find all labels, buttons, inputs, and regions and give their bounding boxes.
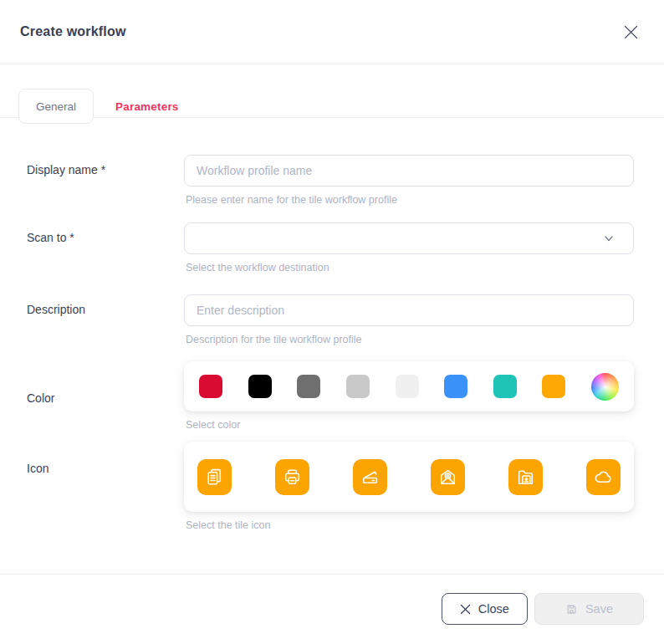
printer-icon (282, 467, 303, 488)
display-name-helper: Please enter name for the tile workflow … (184, 193, 634, 207)
description-label: Description (27, 294, 184, 347)
scanner-icon (360, 467, 381, 488)
email-at-icon (437, 467, 458, 488)
display-name-label: Display name * (27, 155, 184, 207)
save-button-label: Save (585, 602, 613, 616)
icon-tile[interactable] (353, 459, 387, 495)
tab-general[interactable]: General (18, 89, 94, 124)
scan-to-helper: Select the workflow destination (184, 261, 634, 275)
color-swatch-black[interactable] (248, 375, 272, 398)
tab-general-label: General (36, 100, 76, 113)
icon-row: Icon (27, 442, 634, 533)
icon-picker (184, 442, 634, 512)
color-helper: Select color (184, 418, 634, 432)
page-title: Create workflow (20, 24, 126, 39)
cloud-icon (593, 467, 614, 488)
save-button[interactable]: Save (534, 593, 644, 625)
color-swatch-blue[interactable] (444, 375, 467, 398)
documents-icon (204, 467, 225, 488)
close-button-label: Close (478, 602, 509, 616)
description-helper: Description for the tile workflow profil… (184, 333, 634, 347)
color-palette (184, 361, 634, 411)
close-icon[interactable] (619, 20, 642, 43)
icon-tile[interactable] (431, 459, 465, 495)
close-x-icon (460, 604, 471, 615)
color-swatch-dark-gray[interactable] (297, 375, 320, 398)
icon-tile[interactable] (508, 459, 543, 495)
folder-download-icon (515, 467, 536, 488)
color-label: Color (27, 361, 184, 432)
color-swatch-off-white[interactable] (396, 375, 419, 398)
chevron-down-icon (603, 233, 615, 244)
color-swatch-light-gray[interactable] (346, 375, 370, 398)
color-row: Color Select color (27, 361, 634, 432)
scan-to-select[interactable] (184, 222, 634, 254)
save-floppy-icon (565, 603, 578, 616)
icon-label: Icon (27, 442, 184, 533)
icon-tile[interactable] (275, 459, 309, 495)
display-name-row: Display name * Please enter name for the… (27, 155, 634, 207)
description-row: Description Description for the tile wor… (27, 294, 634, 347)
color-swatch-teal[interactable] (493, 375, 517, 398)
color-swatch-orange[interactable] (542, 375, 565, 398)
color-swatch-red[interactable] (199, 375, 222, 398)
description-input[interactable] (184, 294, 634, 326)
scan-to-row: Scan to * Select the workflow destinatio… (27, 222, 634, 275)
tab-bar: General Parameters (0, 64, 664, 124)
general-form: Display name * Please enter name for the… (0, 124, 664, 574)
color-wheel-swatch[interactable] (591, 373, 619, 401)
icon-tile[interactable] (197, 459, 232, 495)
modal-header: Create workflow (0, 0, 664, 64)
close-button[interactable]: Close (442, 593, 528, 625)
tab-parameters[interactable]: Parameters (94, 89, 201, 124)
icon-tile[interactable] (586, 459, 621, 495)
scan-to-label: Scan to * (27, 222, 184, 275)
display-name-input[interactable] (184, 155, 634, 187)
icon-helper: Select the tile icon (184, 519, 634, 533)
modal-footer: Close Save (0, 574, 664, 644)
tab-parameters-label: Parameters (115, 100, 179, 113)
